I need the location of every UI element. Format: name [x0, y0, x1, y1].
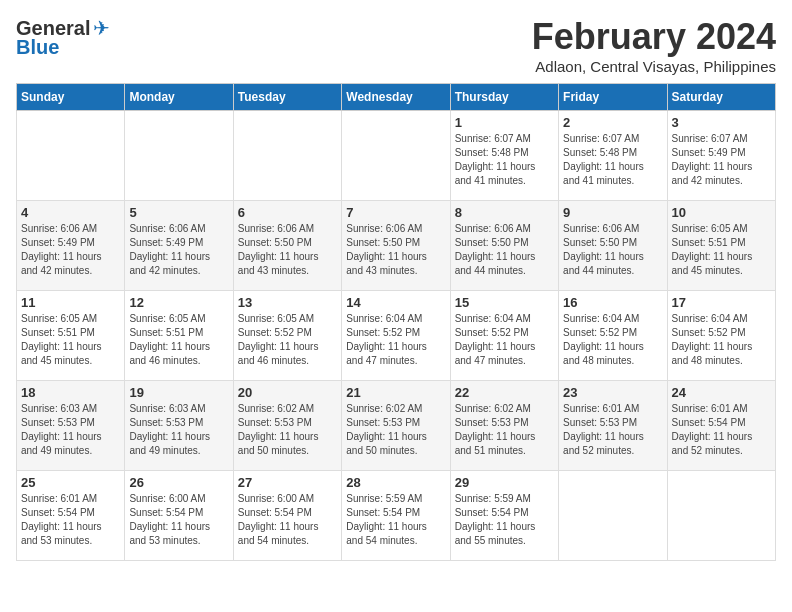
day-number: 7 — [346, 205, 445, 220]
calendar-cell: 1Sunrise: 6:07 AMSunset: 5:48 PMDaylight… — [450, 111, 558, 201]
day-number: 3 — [672, 115, 771, 130]
cell-daylight-info: Sunrise: 5:59 AMSunset: 5:54 PMDaylight:… — [455, 492, 554, 548]
calendar-cell — [342, 111, 450, 201]
day-number: 28 — [346, 475, 445, 490]
calendar-cell: 26Sunrise: 6:00 AMSunset: 5:54 PMDayligh… — [125, 471, 233, 561]
calendar-cell: 25Sunrise: 6:01 AMSunset: 5:54 PMDayligh… — [17, 471, 125, 561]
page-subtitle: Adlaon, Central Visayas, Philippines — [532, 58, 776, 75]
day-number: 4 — [21, 205, 120, 220]
logo-bird-icon: ✈ — [93, 16, 110, 40]
calendar-week-5: 25Sunrise: 6:01 AMSunset: 5:54 PMDayligh… — [17, 471, 776, 561]
cell-daylight-info: Sunrise: 6:07 AMSunset: 5:48 PMDaylight:… — [455, 132, 554, 188]
day-number: 10 — [672, 205, 771, 220]
column-header-wednesday: Wednesday — [342, 84, 450, 111]
cell-daylight-info: Sunrise: 6:02 AMSunset: 5:53 PMDaylight:… — [346, 402, 445, 458]
calendar-cell: 14Sunrise: 6:04 AMSunset: 5:52 PMDayligh… — [342, 291, 450, 381]
cell-daylight-info: Sunrise: 6:06 AMSunset: 5:50 PMDaylight:… — [238, 222, 337, 278]
calendar-cell: 27Sunrise: 6:00 AMSunset: 5:54 PMDayligh… — [233, 471, 341, 561]
cell-daylight-info: Sunrise: 6:06 AMSunset: 5:50 PMDaylight:… — [563, 222, 662, 278]
calendar-cell: 9Sunrise: 6:06 AMSunset: 5:50 PMDaylight… — [559, 201, 667, 291]
cell-daylight-info: Sunrise: 6:03 AMSunset: 5:53 PMDaylight:… — [21, 402, 120, 458]
cell-daylight-info: Sunrise: 6:03 AMSunset: 5:53 PMDaylight:… — [129, 402, 228, 458]
cell-daylight-info: Sunrise: 6:02 AMSunset: 5:53 PMDaylight:… — [455, 402, 554, 458]
cell-daylight-info: Sunrise: 6:05 AMSunset: 5:51 PMDaylight:… — [21, 312, 120, 368]
logo-blue-text: Blue — [16, 36, 59, 59]
day-number: 26 — [129, 475, 228, 490]
cell-daylight-info: Sunrise: 6:04 AMSunset: 5:52 PMDaylight:… — [672, 312, 771, 368]
calendar-cell: 11Sunrise: 6:05 AMSunset: 5:51 PMDayligh… — [17, 291, 125, 381]
cell-daylight-info: Sunrise: 6:05 AMSunset: 5:51 PMDaylight:… — [672, 222, 771, 278]
cell-daylight-info: Sunrise: 5:59 AMSunset: 5:54 PMDaylight:… — [346, 492, 445, 548]
calendar-cell: 21Sunrise: 6:02 AMSunset: 5:53 PMDayligh… — [342, 381, 450, 471]
calendar-cell: 23Sunrise: 6:01 AMSunset: 5:53 PMDayligh… — [559, 381, 667, 471]
column-header-friday: Friday — [559, 84, 667, 111]
day-number: 27 — [238, 475, 337, 490]
calendar-cell: 3Sunrise: 6:07 AMSunset: 5:49 PMDaylight… — [667, 111, 775, 201]
cell-daylight-info: Sunrise: 6:04 AMSunset: 5:52 PMDaylight:… — [563, 312, 662, 368]
calendar-cell — [559, 471, 667, 561]
day-number: 19 — [129, 385, 228, 400]
page-header: General ✈ Blue February 2024 Adlaon, Cen… — [16, 16, 776, 75]
cell-daylight-info: Sunrise: 6:00 AMSunset: 5:54 PMDaylight:… — [238, 492, 337, 548]
cell-daylight-info: Sunrise: 6:01 AMSunset: 5:54 PMDaylight:… — [21, 492, 120, 548]
calendar-table: SundayMondayTuesdayWednesdayThursdayFrid… — [16, 83, 776, 561]
day-number: 18 — [21, 385, 120, 400]
calendar-cell: 24Sunrise: 6:01 AMSunset: 5:54 PMDayligh… — [667, 381, 775, 471]
column-header-tuesday: Tuesday — [233, 84, 341, 111]
calendar-cell: 6Sunrise: 6:06 AMSunset: 5:50 PMDaylight… — [233, 201, 341, 291]
day-number: 24 — [672, 385, 771, 400]
day-number: 5 — [129, 205, 228, 220]
day-number: 16 — [563, 295, 662, 310]
calendar-cell: 13Sunrise: 6:05 AMSunset: 5:52 PMDayligh… — [233, 291, 341, 381]
day-number: 1 — [455, 115, 554, 130]
calendar-cell — [125, 111, 233, 201]
calendar-cell: 19Sunrise: 6:03 AMSunset: 5:53 PMDayligh… — [125, 381, 233, 471]
header-row: SundayMondayTuesdayWednesdayThursdayFrid… — [17, 84, 776, 111]
calendar-cell: 4Sunrise: 6:06 AMSunset: 5:49 PMDaylight… — [17, 201, 125, 291]
cell-daylight-info: Sunrise: 6:06 AMSunset: 5:49 PMDaylight:… — [129, 222, 228, 278]
column-header-saturday: Saturday — [667, 84, 775, 111]
column-header-thursday: Thursday — [450, 84, 558, 111]
cell-daylight-info: Sunrise: 6:06 AMSunset: 5:50 PMDaylight:… — [455, 222, 554, 278]
day-number: 20 — [238, 385, 337, 400]
calendar-cell — [667, 471, 775, 561]
day-number: 17 — [672, 295, 771, 310]
calendar-cell: 17Sunrise: 6:04 AMSunset: 5:52 PMDayligh… — [667, 291, 775, 381]
day-number: 21 — [346, 385, 445, 400]
calendar-cell: 10Sunrise: 6:05 AMSunset: 5:51 PMDayligh… — [667, 201, 775, 291]
calendar-cell: 20Sunrise: 6:02 AMSunset: 5:53 PMDayligh… — [233, 381, 341, 471]
day-number: 8 — [455, 205, 554, 220]
cell-daylight-info: Sunrise: 6:07 AMSunset: 5:49 PMDaylight:… — [672, 132, 771, 188]
logo: General ✈ Blue — [16, 16, 110, 59]
cell-daylight-info: Sunrise: 6:01 AMSunset: 5:54 PMDaylight:… — [672, 402, 771, 458]
day-number: 13 — [238, 295, 337, 310]
cell-daylight-info: Sunrise: 6:02 AMSunset: 5:53 PMDaylight:… — [238, 402, 337, 458]
calendar-week-1: 1Sunrise: 6:07 AMSunset: 5:48 PMDaylight… — [17, 111, 776, 201]
calendar-cell: 15Sunrise: 6:04 AMSunset: 5:52 PMDayligh… — [450, 291, 558, 381]
cell-daylight-info: Sunrise: 6:04 AMSunset: 5:52 PMDaylight:… — [455, 312, 554, 368]
cell-daylight-info: Sunrise: 6:07 AMSunset: 5:48 PMDaylight:… — [563, 132, 662, 188]
calendar-cell: 2Sunrise: 6:07 AMSunset: 5:48 PMDaylight… — [559, 111, 667, 201]
cell-daylight-info: Sunrise: 6:05 AMSunset: 5:51 PMDaylight:… — [129, 312, 228, 368]
day-number: 12 — [129, 295, 228, 310]
calendar-cell: 22Sunrise: 6:02 AMSunset: 5:53 PMDayligh… — [450, 381, 558, 471]
cell-daylight-info: Sunrise: 6:00 AMSunset: 5:54 PMDaylight:… — [129, 492, 228, 548]
cell-daylight-info: Sunrise: 6:04 AMSunset: 5:52 PMDaylight:… — [346, 312, 445, 368]
calendar-cell: 8Sunrise: 6:06 AMSunset: 5:50 PMDaylight… — [450, 201, 558, 291]
calendar-cell: 28Sunrise: 5:59 AMSunset: 5:54 PMDayligh… — [342, 471, 450, 561]
day-number: 15 — [455, 295, 554, 310]
column-header-sunday: Sunday — [17, 84, 125, 111]
page-title: February 2024 — [532, 16, 776, 58]
cell-daylight-info: Sunrise: 6:05 AMSunset: 5:52 PMDaylight:… — [238, 312, 337, 368]
day-number: 9 — [563, 205, 662, 220]
calendar-cell: 5Sunrise: 6:06 AMSunset: 5:49 PMDaylight… — [125, 201, 233, 291]
calendar-cell: 16Sunrise: 6:04 AMSunset: 5:52 PMDayligh… — [559, 291, 667, 381]
cell-daylight-info: Sunrise: 6:06 AMSunset: 5:49 PMDaylight:… — [21, 222, 120, 278]
cell-daylight-info: Sunrise: 6:06 AMSunset: 5:50 PMDaylight:… — [346, 222, 445, 278]
day-number: 29 — [455, 475, 554, 490]
day-number: 22 — [455, 385, 554, 400]
calendar-cell: 29Sunrise: 5:59 AMSunset: 5:54 PMDayligh… — [450, 471, 558, 561]
day-number: 23 — [563, 385, 662, 400]
column-header-monday: Monday — [125, 84, 233, 111]
calendar-week-2: 4Sunrise: 6:06 AMSunset: 5:49 PMDaylight… — [17, 201, 776, 291]
